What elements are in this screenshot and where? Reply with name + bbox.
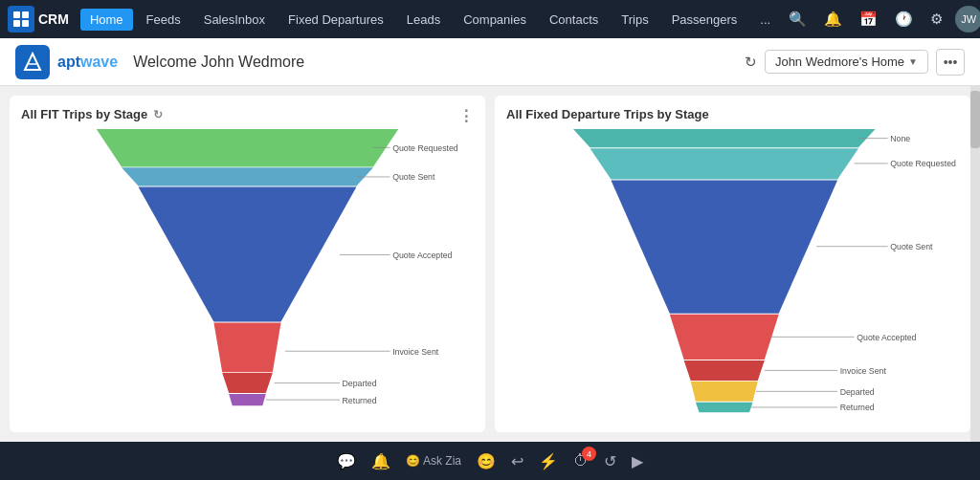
nav-home[interactable]: Home <box>80 9 133 31</box>
home-label: John Wedmore's Home <box>775 55 904 69</box>
apt-text: aptwave <box>57 54 118 71</box>
play-icon[interactable]: ▶ <box>632 452 643 470</box>
svg-marker-6 <box>139 186 357 321</box>
welcome-message: Welcome John Wedmore <box>133 54 745 71</box>
nav-feeds[interactable]: Feeds <box>137 9 190 31</box>
settings-icon[interactable]: ⚙ <box>925 8 947 31</box>
nav-leads[interactable]: Leads <box>397 9 450 31</box>
svg-text:Quote Sent: Quote Sent <box>392 172 435 182</box>
scrollbar-thumb[interactable] <box>970 91 980 148</box>
fit-chart-title: All FIT Trips by Stage ↻ ⋮ <box>21 107 474 121</box>
svg-marker-7 <box>213 322 280 372</box>
svg-text:Quote Requested: Quote Requested <box>890 159 956 168</box>
bell-icon[interactable]: 🔔 <box>371 452 390 470</box>
svg-text:Quote Accepted: Quote Accepted <box>857 333 916 342</box>
nav-contacts[interactable]: Contacts <box>540 9 608 31</box>
ask-zia-button[interactable]: 😊 Ask Zia <box>406 454 461 468</box>
svg-marker-8 <box>222 373 273 393</box>
nav-trips[interactable]: Trips <box>612 9 657 31</box>
top-navigation: CRM Home Feeds SalesInbox Fixed Departur… <box>0 0 980 38</box>
undo-icon[interactable]: ↩ <box>511 452 523 470</box>
svg-marker-25 <box>670 315 779 360</box>
aptwave-logo: aptwave <box>15 45 118 79</box>
crm-logo: CRM <box>8 6 69 33</box>
crm-logo-text: CRM <box>38 11 69 27</box>
fit-chart-refresh-icon[interactable]: ↻ <box>153 108 163 121</box>
svg-marker-24 <box>611 180 837 313</box>
more-options-button[interactable]: ••• <box>936 49 965 76</box>
nav-companies[interactable]: Companies <box>454 9 536 31</box>
svg-text:None: None <box>890 134 910 143</box>
timer-badge-container: ⏱ 4 <box>573 452 589 469</box>
apt-logo-icon <box>15 45 50 79</box>
crm-logo-icon <box>8 6 34 33</box>
fixed-departure-trips-chart-card: All Fixed Departure Trips by Stage <box>495 96 970 432</box>
search-icon[interactable]: 🔍 <box>784 8 812 31</box>
svg-rect-0 <box>13 11 20 18</box>
svg-rect-1 <box>22 11 29 18</box>
fit-funnel-chart: Quote Requested Quote Sent Quote Accepte… <box>21 129 474 414</box>
svg-marker-26 <box>684 360 765 381</box>
fixed-chart-title: All Fixed Departure Trips by Stage <box>506 107 959 121</box>
nav-right-actions: 🔍 🔔 📅 🕐 ⚙ JW ⊞ <box>784 6 980 33</box>
user-avatar[interactable]: JW <box>955 6 980 33</box>
svg-marker-27 <box>691 382 758 402</box>
svg-rect-2 <box>13 20 20 27</box>
svg-text:Returned: Returned <box>343 396 377 405</box>
svg-text:Departed: Departed <box>343 379 377 388</box>
chat-icon[interactable]: 💬 <box>337 452 356 470</box>
svg-marker-23 <box>590 148 858 179</box>
svg-text:Quote Requested: Quote Requested <box>392 143 458 153</box>
refresh-button[interactable]: ↻ <box>745 54 757 71</box>
svg-text:Invoice Sent: Invoice Sent <box>840 366 887 376</box>
svg-marker-22 <box>573 129 876 147</box>
nav-salesinbox[interactable]: SalesInbox <box>194 9 275 31</box>
nav-more[interactable]: ... <box>750 9 780 31</box>
fixed-funnel-chart: None Quote Requested Quote Sent Quote Ac… <box>506 129 959 414</box>
home-selector-dropdown[interactable]: John Wedmore's Home ▼ <box>765 50 928 74</box>
svg-marker-28 <box>696 403 753 413</box>
nav-fixed-departures[interactable]: Fixed Departures <box>278 9 393 31</box>
lightning-icon[interactable]: ⚡ <box>539 452 558 470</box>
svg-text:Returned: Returned <box>840 403 875 412</box>
nav-passengers[interactable]: Passengers <box>662 9 747 31</box>
refresh-icon[interactable]: ↺ <box>604 452 616 470</box>
svg-marker-5 <box>122 167 373 185</box>
bottom-bar: 💬 🔔 😊 Ask Zia 😊 ↩ ⚡ ⏱ 4 ↺ ▶ <box>0 442 980 480</box>
svg-text:Quote Accepted: Quote Accepted <box>392 251 452 260</box>
svg-rect-3 <box>22 20 29 27</box>
subheader-right: ↻ John Wedmore's Home ▼ ••• <box>745 49 965 76</box>
notification-icon[interactable]: 🔔 <box>819 8 847 31</box>
fit-trips-chart-card: All FIT Trips by Stage ↻ ⋮ <box>10 96 485 432</box>
emoji-icon[interactable]: 😊 <box>477 452 496 470</box>
clock-icon[interactable]: 🕐 <box>890 8 918 31</box>
svg-marker-4 <box>97 129 399 166</box>
calendar-icon[interactable]: 📅 <box>855 8 882 31</box>
svg-text:Departed: Departed <box>840 387 875 397</box>
main-content: All FIT Trips by Stage ↻ ⋮ <box>0 86 980 442</box>
ask-zia-label: Ask Zia <box>423 454 461 468</box>
fit-chart-more-icon[interactable]: ⋮ <box>458 107 474 125</box>
svg-text:Invoice Sent: Invoice Sent <box>392 347 439 357</box>
chevron-down-icon: ▼ <box>908 56 918 67</box>
zia-face-icon: 😊 <box>406 454 420 468</box>
svg-marker-9 <box>229 394 266 405</box>
svg-text:Quote Sent: Quote Sent <box>890 242 933 251</box>
sub-header: aptwave Welcome John Wedmore ↻ John Wedm… <box>0 38 980 86</box>
timer-badge-count: 4 <box>582 447 596 461</box>
scrollbar[interactable] <box>970 86 980 442</box>
